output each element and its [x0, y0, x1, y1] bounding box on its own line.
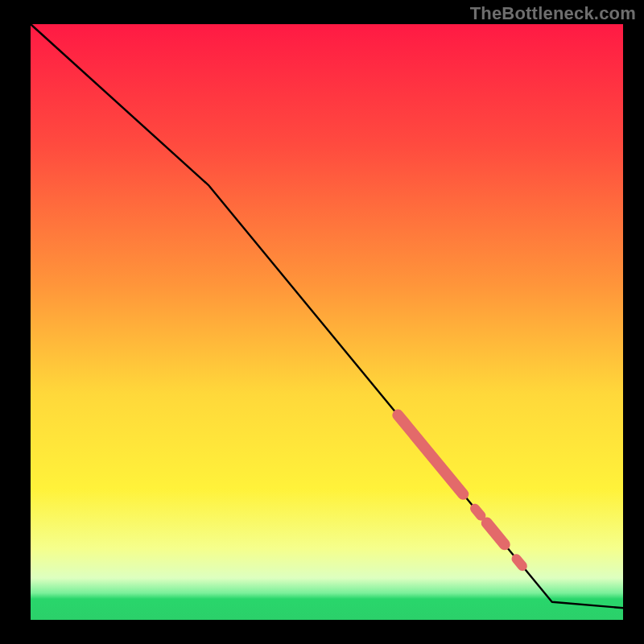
chart-frame: TheBottleneck.com — [0, 0, 644, 644]
bottleneck-chart — [0, 0, 644, 644]
highlight-segment — [517, 559, 522, 566]
plot-area — [31, 24, 623, 620]
highlight-segment — [475, 509, 481, 516]
watermark-text: TheBottleneck.com — [470, 3, 636, 24]
